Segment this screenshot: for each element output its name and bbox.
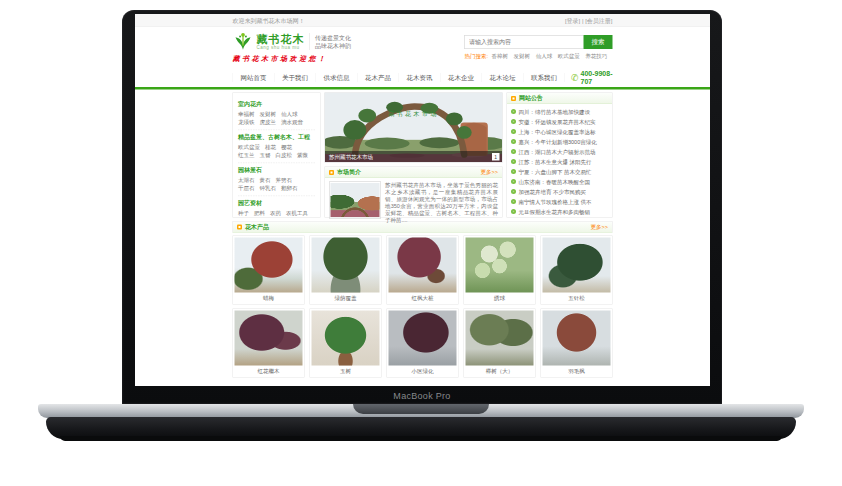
logo-text: 藏书花木 Cang shu hua mu [257, 34, 305, 50]
login-link[interactable]: [登录] [565, 17, 580, 24]
category-link[interactable]: 千层石 [238, 185, 255, 191]
intro-more-link[interactable]: 更多>> [481, 169, 498, 177]
product-card[interactable]: 榉树（大） [464, 309, 536, 378]
category-link[interactable]: 桂花 [265, 144, 276, 150]
arrow-bullet-icon: › [511, 109, 516, 114]
brand-divider [310, 33, 311, 50]
products-title: 花木产品 [245, 223, 591, 232]
product-card[interactable]: 绣球 [464, 236, 536, 305]
product-name: 绿荫覆盖 [312, 293, 380, 303]
hot-search-link[interactable]: 养花技巧 [585, 53, 607, 59]
category-link[interactable]: 黄石 [260, 177, 271, 183]
market-intro-box: 市场简介 更多>> 苏州藏书花卉苗木市场，坐落于景色秀丽的花木之乡木渎藏书，是一… [325, 167, 503, 218]
product-card[interactable]: 玉树 [310, 309, 382, 378]
nav-item-companies[interactable]: 花木企业 [441, 73, 483, 82]
sidebar-section-title: 园艺资材 [238, 199, 315, 208]
product-name: 红花檵木 [235, 366, 303, 376]
product-card[interactable]: 蜡梅 [233, 236, 305, 305]
intro-thumbnail[interactable] [329, 182, 381, 219]
hot-search-link[interactable]: 香樟树 [492, 53, 509, 59]
product-image [543, 238, 611, 293]
product-card[interactable]: 绿荫覆盖 [310, 236, 382, 305]
products-more-link[interactable]: 更多>> [591, 223, 608, 231]
nav-item-products[interactable]: 花木产品 [358, 73, 400, 82]
nav-item-supply[interactable]: 供求信息 [316, 73, 358, 82]
phone-number: 400-9908-707 [581, 70, 613, 86]
nav-item-news[interactable]: 花木资讯 [399, 73, 441, 82]
category-link[interactable]: 欧式盆景 [238, 144, 260, 150]
nav-item-contact[interactable]: 联系我们 [524, 73, 566, 82]
announcement-link[interactable]: ›上海：中心城区绿化覆盖率达标 [511, 127, 608, 137]
category-link[interactable]: 幸福树 [238, 111, 255, 117]
nav-item-forum[interactable]: 花木论坛 [482, 73, 524, 82]
announcement-link[interactable]: ›江苏：苗木生意火爆 沭阳先行 [511, 157, 608, 167]
category-link[interactable]: 种子 [238, 210, 249, 216]
product-card[interactable]: 红花檵木 [233, 309, 305, 378]
product-name: 绣球 [466, 293, 534, 303]
category-link[interactable]: 仙人球 [281, 111, 298, 117]
category-link[interactable]: 虎皮兰 [260, 119, 277, 125]
announcement-link[interactable]: ›南宁情人节玫瑰价格上涨 供不 [511, 197, 608, 207]
product-card[interactable]: 小区绿化 [387, 309, 459, 378]
announcement-link[interactable]: ›元旦假期水生花卉和多肉畅销 [511, 207, 608, 217]
arrow-bullet-icon: › [511, 149, 516, 154]
announcement-link[interactable]: ›江西：湖口苗木大户辐射示范场 [511, 147, 608, 157]
site-name-pinyin: Cang shu hua mu [257, 45, 305, 50]
slider-caption: 苏州藏书花木市场 [329, 153, 373, 161]
laptop-lid-notch [353, 404, 489, 414]
hot-search-row: 热门搜索: 香樟树 发财树 仙人球 欧式盆景 养花技巧 [465, 53, 613, 61]
category-link[interactable]: 农药 [270, 210, 281, 216]
slider-page-indicator[interactable]: 1 [492, 153, 500, 161]
sidebar-section-supplies: 园艺资材 种子 肥料 农药 农机工具 [238, 196, 315, 221]
search-button[interactable]: 搜索 [584, 35, 613, 49]
category-link[interactable]: 钟乳石 [260, 185, 277, 191]
announcement-link[interactable]: ›宁夏：六盘山脚下 苗木交易忙 [511, 167, 608, 177]
arrow-bullet-icon: › [511, 199, 516, 204]
category-link[interactable]: 红玉兰 [238, 152, 255, 158]
announcement-link[interactable]: ›安徽：怀远镇发展花卉苗木纪实 [511, 117, 608, 127]
product-card[interactable]: 羽毛枫 [541, 309, 613, 378]
category-link[interactable]: 太湖石 [238, 177, 255, 183]
nav-item-home[interactable]: 网站首页 [233, 73, 275, 82]
search-input[interactable] [465, 35, 584, 49]
sidebar-section-title: 室内花卉 [238, 100, 315, 109]
category-link[interactable]: 樱花 [281, 144, 292, 150]
macbook-screen-bezel: 欢迎来到藏书花木市场网！ [登录] | [会员注册] [122, 10, 722, 404]
slogan-line2: 品味花木神韵 [315, 42, 351, 50]
category-link[interactable]: 农机工具 [286, 210, 308, 216]
category-link[interactable]: 龙须铁 [238, 119, 255, 125]
category-link[interactable]: 白皮松 [276, 152, 293, 158]
red-welcome-text: 藏书花木市场欢迎您！ [233, 55, 352, 64]
product-name: 羽毛枫 [543, 366, 611, 376]
register-link[interactable]: [会员注册] [585, 17, 612, 24]
sidebar-section-bonsai: 精品盆景、古树名木、工程 欧式盆景 桂花 樱花 红玉兰 玉簪 白皮松 紫薇 [238, 130, 315, 163]
product-card[interactable]: 五针松 [541, 236, 613, 305]
site-header: 藏书花木 Cang shu hua mu 传递盆景文化 品味花木神韵 藏书花木市… [135, 27, 710, 68]
nav-item-about[interactable]: 关于我们 [275, 73, 317, 82]
arrow-bullet-icon: › [511, 119, 516, 124]
arrow-bullet-icon: › [511, 169, 516, 174]
category-link[interactable]: 斧劈石 [276, 177, 293, 183]
category-link[interactable]: 鹅卵石 [281, 185, 298, 191]
webpage: 欢迎来到藏书花木市场网！ [登录] | [会员注册] [135, 14, 710, 386]
category-link[interactable]: 肥料 [254, 210, 265, 216]
slogan-line1: 传递盆景文化 [315, 34, 351, 42]
category-link[interactable]: 滴水观音 [281, 119, 303, 125]
topbar: 欢迎来到藏书花木市场网！ [登录] | [会员注册] [135, 14, 710, 27]
slogan: 传递盆景文化 品味花木神韵 [315, 34, 351, 50]
hot-search-link[interactable]: 仙人球 [536, 53, 553, 59]
announcement-link[interactable]: ›四川：绵竹苗木基地加快建设 [511, 107, 608, 117]
product-card[interactable]: 红枫大桩 [387, 236, 459, 305]
announcement-link[interactable]: ›加强花卉培育 不少市民购买 [511, 187, 608, 197]
slider-caption-bar: 苏州藏书花木市场 1 [325, 151, 502, 162]
announcement-link[interactable]: ›山东济南：春暖苗木唤醒全国 [511, 177, 608, 187]
category-link[interactable]: 紫薇 [297, 152, 308, 158]
hot-search-link[interactable]: 欧式盆景 [558, 53, 580, 59]
announcement-link[interactable]: ›嘉兴：今年计划新增3000亩绿化 [511, 137, 608, 147]
category-link[interactable]: 发财树 [260, 111, 277, 117]
macbook-pro-label: MacBook Pro [122, 391, 722, 401]
section-icon [329, 170, 334, 175]
hero-slider[interactable]: 藏书花木市场 苏州藏书花木市场 1 [325, 93, 503, 163]
category-link[interactable]: 玉簪 [260, 152, 271, 158]
hot-search-link[interactable]: 发财树 [514, 53, 531, 59]
